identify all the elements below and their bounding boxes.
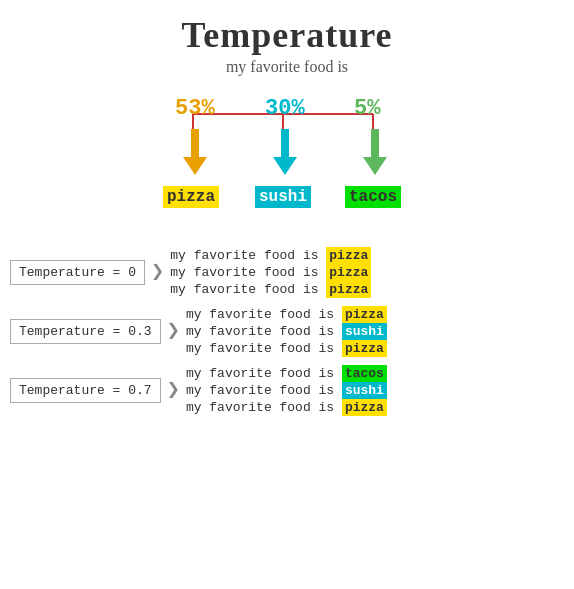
pct-30-label: 30% xyxy=(265,96,305,121)
lines-1: my favorite food is pizzamy favorite foo… xyxy=(186,307,387,356)
word-pizza-box: pizza xyxy=(163,186,219,208)
arrow-sushi-shaft xyxy=(281,129,289,157)
probability-diagram: 53% 30% 5% pizza sushi tacos xyxy=(117,84,457,244)
line-word-1-0: pizza xyxy=(342,306,387,323)
line-0-2: my favorite food is pizza xyxy=(170,282,371,297)
arrow-sushi-head xyxy=(273,157,297,175)
line-2-2: my favorite food is pizza xyxy=(186,400,387,415)
line-word-0-2: pizza xyxy=(326,281,371,298)
lines-2: my favorite food is tacosmy favorite foo… xyxy=(186,366,387,415)
line-prefix-1-1: my favorite food is xyxy=(186,324,342,339)
chevron-icon-2: ❯ xyxy=(167,380,180,402)
line-word-2-2: pizza xyxy=(342,399,387,416)
arrow-tacos-shaft xyxy=(371,129,379,157)
main-container: Temperature my favorite food is 53% 30% … xyxy=(0,0,574,589)
arrow-pizza-head xyxy=(183,157,207,175)
line-prefix-0-1: my favorite food is xyxy=(170,265,326,280)
line-word-0-0: pizza xyxy=(326,247,371,264)
arrow-pizza xyxy=(183,129,207,175)
temp-label-1: Temperature = 0.3 xyxy=(10,319,161,344)
section-temp-0: Temperature = 0❯my favorite food is pizz… xyxy=(10,248,564,297)
arrow-tacos-head xyxy=(363,157,387,175)
line-2-1: my favorite food is sushi xyxy=(186,383,387,398)
section-temp-2: Temperature = 0.7❯my favorite food is ta… xyxy=(10,366,564,415)
section-temp-1: Temperature = 0.3❯my favorite food is pi… xyxy=(10,307,564,356)
line-prefix-2-0: my favorite food is xyxy=(186,366,342,381)
line-0-0: my favorite food is pizza xyxy=(170,248,371,263)
line-word-0-1: pizza xyxy=(326,264,371,281)
line-prefix-1-2: my favorite food is xyxy=(186,341,342,356)
line-word-2-1: sushi xyxy=(342,382,387,399)
arrow-tacos xyxy=(363,129,387,175)
line-1-2: my favorite food is pizza xyxy=(186,341,387,356)
page-subtitle: my favorite food is xyxy=(226,58,348,76)
line-1-0: my favorite food is pizza xyxy=(186,307,387,322)
arrow-pizza-shaft xyxy=(191,129,199,157)
line-word-1-2: pizza xyxy=(342,340,387,357)
line-0-1: my favorite food is pizza xyxy=(170,265,371,280)
pct-53-label: 53% xyxy=(175,96,215,121)
line-2-0: my favorite food is tacos xyxy=(186,366,387,381)
line-1-1: my favorite food is sushi xyxy=(186,324,387,339)
temp-label-2: Temperature = 0.7 xyxy=(10,378,161,403)
line-prefix-2-1: my favorite food is xyxy=(186,383,342,398)
line-prefix-1-0: my favorite food is xyxy=(186,307,342,322)
chevron-icon-0: ❯ xyxy=(151,262,164,284)
word-sushi-box: sushi xyxy=(255,186,311,208)
arrow-sushi xyxy=(273,129,297,175)
page-title: Temperature xyxy=(182,14,393,56)
temp-label-0: Temperature = 0 xyxy=(10,260,145,285)
line-word-1-1: sushi xyxy=(342,323,387,340)
pct-05-label: 5% xyxy=(354,96,380,121)
line-word-2-0: tacos xyxy=(342,365,387,382)
chevron-icon-1: ❯ xyxy=(167,321,180,343)
sections-container: Temperature = 0❯my favorite food is pizz… xyxy=(0,248,574,415)
line-prefix-2-2: my favorite food is xyxy=(186,400,342,415)
lines-0: my favorite food is pizzamy favorite foo… xyxy=(170,248,371,297)
line-prefix-0-0: my favorite food is xyxy=(170,248,326,263)
line-prefix-0-2: my favorite food is xyxy=(170,282,326,297)
word-tacos-box: tacos xyxy=(345,186,401,208)
